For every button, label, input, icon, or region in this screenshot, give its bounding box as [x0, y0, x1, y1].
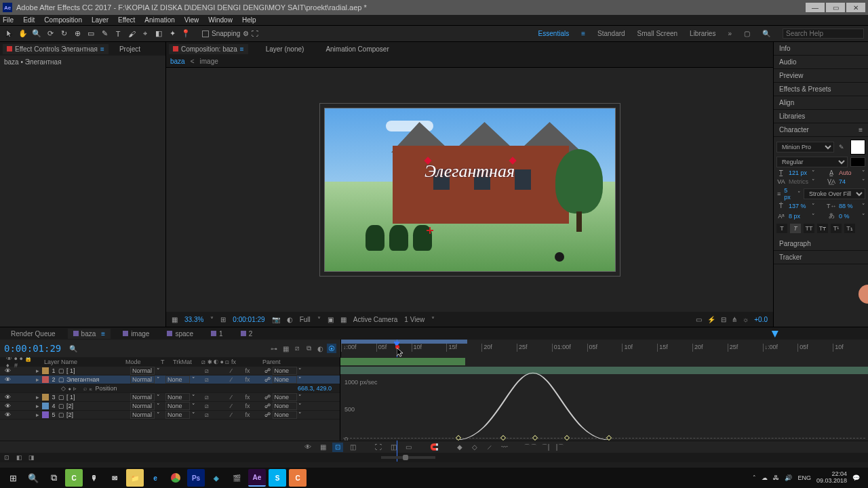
section-audio[interactable]: Audio	[774, 56, 868, 69]
rotate-tool[interactable]: ↻	[58, 28, 69, 39]
text-layer-overlay[interactable]: Элегантная	[325, 161, 615, 182]
color-swatch[interactable]	[850, 140, 865, 155]
smallcaps-button[interactable]: Tᴛ	[817, 224, 828, 233]
tab-comp-2[interactable]: 2	[235, 329, 258, 339]
maximize-button[interactable]: ▭	[826, 3, 845, 12]
view-dropdown[interactable]: 1 View	[404, 316, 425, 323]
eye-props-icon[interactable]: 👁	[302, 443, 313, 452]
channel-icon[interactable]: ◐	[287, 316, 293, 323]
menu-effect[interactable]: Effect	[118, 16, 135, 24]
snap-opt-icon[interactable]: ⚙	[243, 30, 249, 37]
anchor-tool[interactable]: ⊕	[72, 28, 83, 39]
section-paragraph[interactable]: Paragraph	[774, 237, 868, 251]
easy-ease-icon[interactable]: ⌒⌒	[525, 443, 536, 452]
app-calc[interactable]: C	[65, 469, 83, 487]
menu-view[interactable]: View	[184, 16, 199, 24]
motion-blur-icon[interactable]: ◐	[315, 344, 325, 353]
show-ref-icon[interactable]: ◫	[347, 443, 358, 452]
tab-comp-baza[interactable]: baza≡	[68, 329, 111, 339]
tab-composition[interactable]: Composition: baza ≡	[169, 44, 248, 54]
section-align[interactable]: Align	[774, 96, 868, 110]
app-mail[interactable]: ✉	[106, 469, 123, 487]
layer-row[interactable]: 👁▸3▢[ 1]Normal ˅None ˅⧄∕fx☍ None ˅	[0, 393, 340, 402]
workspace-essentials[interactable]: Essentials	[538, 30, 570, 37]
bold-button[interactable]: T	[776, 224, 787, 233]
search-taskbar-icon[interactable]: 🔍	[23, 468, 43, 488]
layer-row[interactable]: 👁▸1▢[ 1]Normal ˅⧄∕fx☍ None ˅	[0, 367, 340, 375]
app-movie[interactable]: 🎬	[228, 469, 245, 487]
grid-icon[interactable]: ▦	[340, 316, 347, 323]
current-timecode[interactable]: 0:00:01:29	[4, 343, 61, 354]
always-preview-icon[interactable]: ▦	[172, 316, 178, 323]
subscript-button[interactable]: T₁	[844, 224, 855, 233]
taskview-icon[interactable]: ⧉	[43, 468, 64, 488]
tray-network-icon[interactable]: 🖧	[773, 474, 779, 481]
zoom-slider[interactable]	[381, 456, 435, 459]
composition-canvas[interactable]: Элегантная	[325, 108, 615, 271]
flowchart-icon[interactable]: ⋔	[732, 316, 737, 323]
search-icon[interactable]: 🔍	[762, 30, 770, 37]
layer-row[interactable]: 👁▸5▢[2]Normal ˅None ˅⧄∕fx☍ None ˅	[0, 411, 340, 420]
hide-shy-icon[interactable]: ⧄	[292, 344, 302, 353]
fit-all-icon[interactable]: ▭	[403, 443, 414, 452]
zoom-dropdown[interactable]: 33.3%	[184, 316, 203, 323]
app-explorer[interactable]: 📁	[126, 469, 144, 487]
resolution-dropdown[interactable]: Full	[300, 316, 311, 323]
menu-layer[interactable]: Layer	[92, 16, 108, 24]
app-camtasia[interactable]: C	[289, 469, 307, 487]
workspace-overflow-icon[interactable]: »	[728, 30, 732, 37]
section-tracker[interactable]: Tracker	[774, 251, 868, 264]
app-photoshop[interactable]: Ps	[187, 469, 205, 487]
allcaps-button[interactable]: TT	[804, 224, 814, 233]
workspace-libraries[interactable]: Libraries	[690, 30, 715, 37]
leading-input[interactable]: Auto	[839, 169, 859, 176]
menu-animation[interactable]: Animation	[144, 16, 174, 24]
tab-render-queue[interactable]: Render Queue	[5, 329, 61, 339]
vscale-input[interactable]: 137 %	[789, 203, 809, 209]
graph-options-icon[interactable]: ▦	[317, 443, 328, 452]
time-ruler[interactable]: ↓:00f05f 10f15f 20f25f 01:00f05f 10f15f …	[340, 340, 868, 357]
font-size-input[interactable]: 121 px	[789, 169, 809, 176]
section-libraries[interactable]: Libraries	[774, 110, 868, 123]
layer-row[interactable]: 👁▸2▢ЭлегантнаяNormal ˅None ˅⧄∕fx☍ None ˅	[0, 375, 340, 384]
graph-editor-icon[interactable]: ⦿	[327, 344, 336, 353]
panel-menu-icon[interactable]: ≡	[859, 126, 863, 134]
toggle-switches-icon[interactable]: ⊡	[4, 454, 12, 461]
tab-layer[interactable]: Layer (none)	[262, 44, 309, 54]
convert-auto-icon[interactable]: 〰	[499, 443, 510, 452]
timeline-icon[interactable]: ⊟	[721, 316, 726, 323]
graph-editor[interactable]: 1000 px/sec 500 0	[340, 357, 868, 441]
menu-edit[interactable]: Edit	[23, 16, 35, 24]
app-chrome[interactable]	[167, 469, 184, 487]
current-time-display[interactable]: 0:00:01:29	[233, 316, 264, 323]
brush-tool[interactable]: 🖌	[126, 28, 137, 39]
tab-comp-image[interactable]: image	[117, 329, 155, 339]
layer-row[interactable]: 👁▸4▢[2]Normal ˅None ˅⧄∕fx☍ None ˅	[0, 402, 340, 411]
snapshot-icon[interactable]: 📷	[272, 316, 280, 323]
snap-icon[interactable]: 🧲	[429, 443, 439, 452]
property-row-position[interactable]: ◇⬥▹ ⌕ ⊵ Position668.3, 429.0	[0, 384, 340, 393]
edit-sel-kf-icon[interactable]: ◆	[454, 443, 465, 452]
fit-sel-icon[interactable]: ◫	[388, 443, 399, 452]
pen-tool[interactable]: ✎	[99, 28, 110, 39]
exposure-value[interactable]: +0.0	[754, 316, 768, 323]
section-effects[interactable]: Effects & Presets	[774, 83, 868, 96]
tracking-input[interactable]: 74	[839, 178, 859, 185]
snapping-toggle[interactable]: Snapping ⚙ ⛶	[202, 30, 258, 37]
start-button[interactable]: ⊞	[3, 468, 23, 488]
menu-file[interactable]: File	[3, 16, 14, 24]
tray-up-icon[interactable]: ˄	[753, 474, 756, 481]
tab-effect-controls[interactable]: Effect Controls Элегантная ≡	[3, 44, 108, 54]
tray-notifications-icon[interactable]: 💬	[852, 474, 860, 481]
eraser-tool[interactable]: ◧	[153, 28, 164, 39]
app-skype[interactable]: S	[269, 469, 286, 487]
tray-lang[interactable]: ENG	[797, 474, 811, 481]
tsume-input[interactable]: 0 %	[839, 213, 859, 220]
tab-comp-space[interactable]: space	[161, 329, 199, 339]
font-style-dropdown[interactable]: Regular	[776, 157, 848, 167]
roto-tool[interactable]: ✦	[167, 28, 178, 39]
tray-volume-icon[interactable]: 🔊	[785, 474, 792, 481]
tab-animation-composer[interactable]: Animation Composer	[321, 44, 393, 54]
eyedropper-icon[interactable]: ✎	[837, 144, 846, 150]
selection-tool[interactable]	[4, 28, 15, 39]
